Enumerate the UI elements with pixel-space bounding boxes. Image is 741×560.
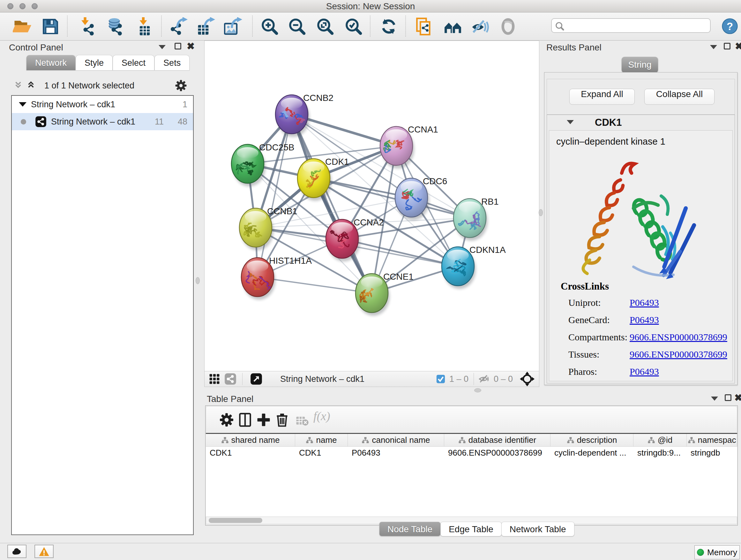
add-column-icon[interactable] (256, 412, 271, 428)
control-panel-close-icon[interactable]: ✖ (187, 43, 195, 50)
control-panel-menu-icon[interactable] (158, 45, 165, 49)
tab-network-table[interactable]: Network Table (501, 522, 575, 537)
delete-column-icon[interactable] (274, 412, 290, 428)
node-CCNB2[interactable]: CCNB2 (275, 93, 333, 137)
hidden-count: 0 – 0 (494, 374, 513, 384)
memory-button[interactable]: Memory (694, 545, 740, 559)
crosslink-value[interactable]: P06493 (630, 366, 659, 377)
column-header-canonicalname[interactable]: canonical name (348, 434, 444, 446)
cell-sharedname[interactable]: CDK1 (206, 447, 295, 459)
hidden-eye-icon (478, 373, 490, 385)
control-panel-tabs: NetworkStyleSelectSets (26, 55, 190, 70)
table-panel-float-icon[interactable] (725, 394, 731, 401)
network-graph[interactable]: CCNB2CCNA1CDC25BCDK1CDC6RB1CCNB1CCNA2CDK… (205, 41, 539, 371)
tab-edge-table[interactable]: Edge Table (441, 522, 502, 537)
help-icon[interactable]: ? (722, 18, 738, 34)
node-CCNA1[interactable]: CCNA1 (380, 125, 438, 169)
column-header-description[interactable]: description (550, 434, 633, 446)
node-CCNA2[interactable]: CCNA2 (326, 217, 384, 261)
tab-sets[interactable]: Sets (154, 55, 190, 70)
edge-CCNB2-CCNE1[interactable] (292, 114, 372, 293)
cell-id[interactable]: stringdb:9... (633, 447, 687, 459)
import-network-from-database-icon[interactable] (106, 17, 124, 36)
results-panel-float-icon[interactable] (724, 43, 731, 50)
fit-content-icon[interactable] (520, 372, 535, 386)
gear-icon[interactable] (175, 79, 187, 92)
tab-string[interactable]: String (622, 57, 658, 73)
column-header-namespac[interactable]: namespac (687, 434, 737, 446)
results-panel-close-icon[interactable]: ✖ (735, 43, 741, 50)
home-icon[interactable] (444, 17, 462, 36)
node-label-HIST1H1A: HIST1H1A (269, 256, 312, 266)
tab-node-table[interactable]: Node Table (379, 522, 441, 537)
selected-nodes-checkbox-icon[interactable] (436, 374, 446, 384)
table-gear-icon[interactable] (219, 412, 234, 428)
control-panel: Control Panel ✖ NetworkStyleSelectSets 1… (3, 41, 192, 539)
table-panel-menu-icon[interactable] (711, 396, 718, 401)
crosslink-value[interactable]: 9606.ENSP00000378699 (630, 349, 727, 360)
node-HIST1H1A[interactable]: HIST1H1A (241, 256, 312, 300)
control-panel-float-icon[interactable] (175, 43, 181, 50)
export-network-icon[interactable] (170, 17, 188, 36)
zoom-out-icon[interactable] (288, 17, 307, 36)
node-CCNB1[interactable]: CCNB1 (239, 206, 297, 250)
cell-canonicalname[interactable]: P06493 (348, 447, 444, 459)
column-header-name[interactable]: name (295, 434, 348, 446)
results-panel-menu-icon[interactable] (710, 45, 717, 49)
warning-button[interactable] (35, 545, 54, 558)
annotation-icon[interactable] (415, 17, 434, 36)
refresh-icon[interactable] (380, 17, 398, 36)
column-header-sharedname[interactable]: shared name (206, 434, 295, 446)
protein-section-header[interactable]: CDK1 (547, 115, 735, 130)
birds-eye-view-icon[interactable] (250, 373, 262, 385)
network-collection-row[interactable]: String Network – cdk1 1 (12, 96, 193, 113)
delete-table-icon[interactable] (295, 412, 309, 428)
zoom-selected-icon[interactable] (344, 17, 363, 36)
grid-view-icon[interactable] (208, 373, 220, 385)
crosslink-value[interactable]: P06493 (630, 314, 659, 325)
export-table-icon[interactable] (197, 17, 215, 36)
search-input[interactable] (551, 18, 711, 33)
expand-all-button[interactable]: Expand All (569, 89, 635, 105)
zoom-fit-icon[interactable] (316, 17, 334, 36)
node-RB1[interactable]: RB1 (454, 197, 498, 241)
node-CDKN1A[interactable]: CDKN1A (442, 245, 506, 289)
horizontal-splitter-handle[interactable] (474, 388, 481, 392)
hide-selected-icon[interactable] (471, 17, 489, 36)
network-row[interactable]: String Network – cdk1 11 48 (12, 113, 193, 130)
tab-select[interactable]: Select (113, 55, 154, 70)
cell-name[interactable]: CDK1 (295, 447, 348, 459)
cloud-button[interactable] (7, 545, 26, 558)
crosslink-value[interactable]: P06493 (630, 297, 659, 308)
table-row[interactable]: CDK1CDK1P064939606.ENSP00000378699cyclin… (206, 447, 737, 459)
function-builder-icon[interactable]: f(x) (313, 409, 342, 424)
network-canvas[interactable]: CCNB2CCNA1CDC25BCDK1CDC6RB1CCNB1CCNA2CDK… (204, 41, 539, 371)
left-splitter-handle[interactable] (196, 277, 200, 284)
results-panel-content: Expand All Collapse All CDK1 cyclin–depe… (544, 72, 738, 385)
tab-style[interactable]: Style (76, 55, 113, 70)
cell-databaseidentifier[interactable]: 9606.ENSP00000378699 (444, 447, 550, 459)
cell-namespac[interactable]: stringdb (687, 447, 737, 459)
zoom-in-icon[interactable] (260, 17, 279, 36)
show-all-icon[interactable] (499, 17, 517, 36)
collection-expander-icon[interactable] (19, 102, 26, 107)
network-view-icon[interactable] (224, 373, 237, 385)
tab-network[interactable]: Network (26, 55, 76, 70)
node-CDC6[interactable]: CDC6 (395, 176, 447, 220)
scrollbar-thumb[interactable] (209, 518, 262, 523)
column-header-id[interactable]: @id (633, 434, 687, 446)
column-header-databaseidentifier[interactable]: database identifier (444, 434, 550, 446)
cell-description[interactable]: cyclin-dependent ... (550, 447, 633, 459)
save-session-icon[interactable] (41, 17, 60, 36)
import-table-icon[interactable] (134, 17, 152, 36)
import-network-from-file-icon[interactable] (77, 17, 96, 36)
table-panel-close-icon[interactable]: ✖ (734, 394, 741, 401)
collapse-all-button[interactable]: Collapse All (644, 89, 715, 105)
section-expander-icon[interactable] (567, 120, 574, 124)
protein-structure-image (549, 158, 733, 281)
crosslink-value[interactable]: 9606.ENSP00000378699 (630, 332, 727, 343)
select-columns-icon[interactable] (238, 412, 253, 428)
export-image-icon[interactable] (224, 17, 243, 36)
node-CCNE1[interactable]: CCNE1 (355, 272, 414, 316)
open-session-icon[interactable] (13, 17, 31, 36)
